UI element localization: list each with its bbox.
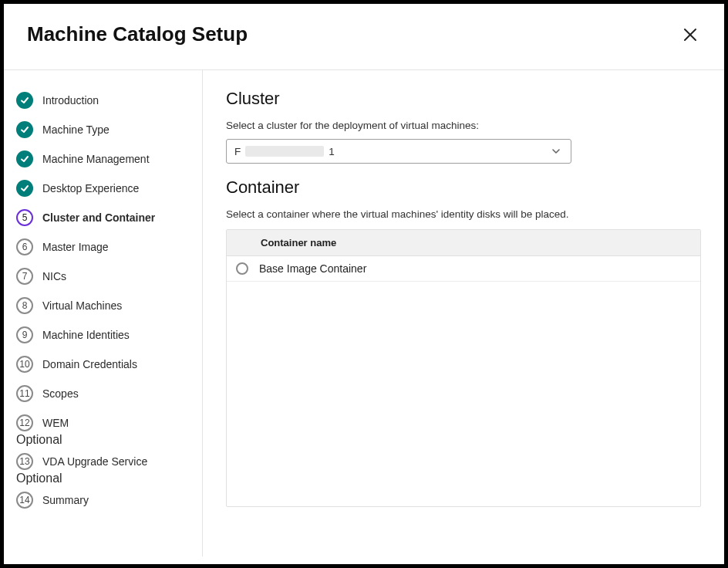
step-number-icon: 8 [16, 297, 33, 314]
cluster-selected-suffix: 1 [329, 146, 335, 157]
check-icon [16, 121, 33, 138]
sidebar-step-nics[interactable]: 7 NICs [16, 262, 193, 291]
sidebar-step-label: Domain Credentials [42, 358, 137, 370]
sidebar-step-label: Desktop Experience [42, 182, 139, 194]
sidebar-step-summary[interactable]: 14 Summary [16, 485, 193, 515]
sidebar-step-label: Machine Management [42, 153, 150, 165]
step-number-icon: 7 [16, 268, 33, 285]
sidebar-step-label: Summary [42, 494, 89, 506]
sidebar-step-label: Introduction [42, 94, 99, 106]
main-panel: Cluster Select a cluster for the deploym… [203, 70, 724, 556]
container-table: Container name Base Image Container [226, 229, 701, 507]
sidebar-step-machine-type[interactable]: Machine Type [16, 115, 193, 144]
check-icon [16, 180, 33, 197]
step-number-icon: 12 [16, 414, 33, 431]
cluster-selected-redacted [245, 146, 324, 157]
sidebar-step-sublabel: Optional [16, 433, 193, 447]
step-number-icon: 9 [16, 326, 33, 343]
sidebar-step-vda-upgrade-service[interactable]: 13 VDA Upgrade Service [16, 447, 193, 472]
cluster-selected-value: F 1 [234, 146, 335, 157]
close-icon [683, 28, 697, 42]
wizard-sidebar: Introduction Machine Type Machine Manage… [4, 70, 203, 556]
sidebar-step-label: Scopes [42, 387, 79, 400]
sidebar-step-sublabel: Optional [16, 472, 193, 485]
sidebar-step-label: Machine Identities [42, 329, 130, 341]
sidebar-step-label: Virtual Machines [42, 299, 122, 312]
cluster-section-title: Cluster [226, 89, 701, 109]
step-number-icon: 11 [16, 385, 33, 402]
container-section-title: Container [226, 178, 701, 198]
dialog-header: Machine Catalog Setup [4, 4, 724, 70]
sidebar-step-label: Machine Type [42, 123, 110, 136]
sidebar-step-label: WEM [42, 417, 69, 429]
sidebar-step-vda-upgrade-block: 13 VDA Upgrade Service Optional [16, 447, 193, 485]
container-column-header: Container name [227, 230, 700, 256]
cluster-hint: Select a cluster for the deployment of v… [226, 120, 701, 131]
sidebar-step-label: Master Image [42, 241, 109, 253]
sidebar-step-label: VDA Upgrade Service [42, 455, 147, 468]
check-icon [16, 92, 33, 109]
step-number-icon: 5 [16, 209, 33, 226]
sidebar-step-master-image[interactable]: 6 Master Image [16, 232, 193, 262]
dialog-body: Introduction Machine Type Machine Manage… [4, 70, 724, 556]
check-icon [16, 150, 33, 167]
sidebar-step-virtual-machines[interactable]: 8 Virtual Machines [16, 291, 193, 320]
sidebar-step-introduction[interactable]: Introduction [16, 86, 193, 115]
step-number-icon: 6 [16, 238, 33, 255]
sidebar-step-cluster-and-container[interactable]: 5 Cluster and Container [16, 203, 193, 232]
container-name-cell: Base Image Container [259, 262, 366, 275]
dialog-title: Machine Catalog Setup [27, 22, 248, 46]
sidebar-step-domain-credentials[interactable]: 10 Domain Credentials [16, 350, 193, 379]
step-number-icon: 13 [16, 453, 33, 470]
step-number-icon: 14 [16, 492, 33, 509]
close-button[interactable] [679, 24, 701, 46]
cluster-selected-prefix: F [234, 146, 241, 157]
sidebar-step-machine-identities[interactable]: 9 Machine Identities [16, 320, 193, 350]
sidebar-step-label: NICs [42, 270, 66, 282]
chevron-down-icon [551, 146, 561, 159]
sidebar-step-label: Cluster and Container [42, 211, 155, 224]
sidebar-step-desktop-experience[interactable]: Desktop Experience [16, 174, 193, 203]
sidebar-step-wem[interactable]: 12 WEM [16, 408, 193, 433]
sidebar-step-machine-management[interactable]: Machine Management [16, 144, 193, 174]
sidebar-step-wem-block: 12 WEM Optional [16, 408, 193, 447]
radio-icon[interactable] [236, 262, 248, 275]
cluster-select[interactable]: F 1 [226, 139, 571, 164]
container-hint: Select a container where the virtual mac… [226, 208, 701, 220]
sidebar-step-scopes[interactable]: 11 Scopes [16, 379, 193, 408]
container-row[interactable]: Base Image Container [227, 256, 700, 282]
dialog-frame: Machine Catalog Setup Introduction Machi… [0, 0, 728, 568]
step-number-icon: 10 [16, 356, 33, 373]
